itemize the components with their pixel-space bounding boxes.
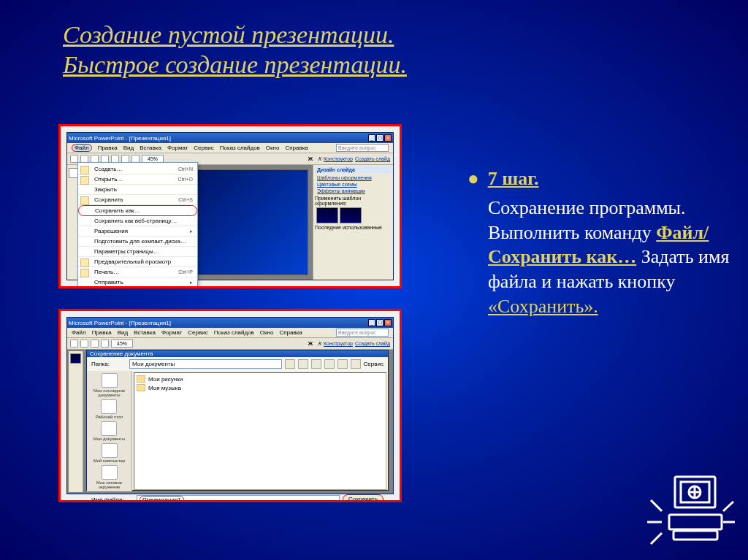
menu-item-icon [80, 166, 89, 174]
minimize-icon[interactable]: _ [368, 319, 375, 326]
menu-item-label: Параметры страницы… [94, 248, 159, 255]
title-line-2: Быстрое создание презентации. [63, 50, 748, 80]
menu-view[interactable]: Вид [123, 145, 134, 151]
new-slide-link[interactable]: Создать слайд [355, 156, 390, 161]
menu-tools[interactable]: Сервис [188, 329, 207, 336]
menu-file[interactable]: Файл [72, 329, 86, 336]
tp-template-thumbs[interactable] [316, 207, 390, 223]
print-icon[interactable] [101, 340, 109, 348]
menu-item-label: Создать… [94, 166, 122, 172]
menu-view[interactable]: Вид [118, 329, 128, 336]
ppt-title-text-2: Microsoft PowerPoint - [Презентация1] [69, 320, 171, 326]
ppt-titlebar-2: Microsoft PowerPoint - [Презентация1] _ … [67, 318, 393, 328]
menu-edit[interactable]: Правка [98, 145, 118, 151]
places-item[interactable]: Рабочий стол [96, 399, 123, 419]
new-folder-icon[interactable] [337, 359, 348, 369]
text-2: Выполнить команду [488, 222, 652, 243]
menu-insert[interactable]: Вставка [134, 329, 156, 336]
save-button[interactable]: Сохранить [343, 494, 383, 502]
constructor-link[interactable]: Конструктор [324, 156, 353, 161]
menu-item-label: Разрешения [94, 228, 128, 234]
menu-item-label: Печать… [94, 269, 119, 275]
folder-icon [102, 443, 118, 458]
title-line-1: Создание пустой презентации. [63, 20, 748, 50]
search-icon[interactable] [311, 359, 321, 369]
file-dropdown-menu: Создать…Ctrl+NОткрыть…Ctrl+OЗакрытьСохра… [77, 162, 198, 288]
file-menu-item[interactable]: СохранитьCtrl+S [78, 195, 197, 205]
file-list[interactable]: Мои рисункиМоя музыка [134, 372, 386, 490]
menu-tools[interactable]: Сервис [194, 145, 213, 151]
menu-slideshow[interactable]: Показ слайдов [220, 145, 260, 151]
menu-insert[interactable]: Вставка [140, 145, 161, 151]
maximize-icon[interactable]: □ [376, 319, 383, 326]
maximize-icon[interactable]: □ [376, 134, 383, 142]
back-icon[interactable] [285, 359, 295, 369]
menu-item-icon [80, 269, 89, 277]
step-text: 7 шаг. Сохранение программы. Выполнить к… [468, 166, 745, 319]
tp-colors-link[interactable]: Цветовые схемы [315, 181, 392, 188]
file-menu-item[interactable]: Разрешения▸ [78, 226, 197, 237]
menu-slideshow[interactable]: Показ слайдов [214, 329, 254, 336]
minimize-icon[interactable]: _ [368, 134, 375, 142]
menu-window[interactable]: Окно [260, 329, 274, 336]
places-item[interactable]: Мои последние документы [87, 373, 131, 397]
views-icon[interactable] [351, 359, 361, 369]
menu-file[interactable]: Файл [72, 144, 92, 152]
folder-label: Папка: [91, 361, 126, 367]
filename-value: Презентация1 [140, 496, 184, 503]
menu-help[interactable]: Справка [279, 329, 302, 336]
close-icon[interactable]: × [384, 134, 392, 142]
close-icon[interactable]: × [384, 319, 392, 326]
menu-item-shortcut: Ctrl+S [178, 197, 193, 202]
file-menu-item[interactable]: Предварительный просмотр [78, 257, 197, 267]
menu-item-shortcut: ▸ [190, 280, 193, 285]
tp-effects-link[interactable]: Эффекты анимации [315, 188, 392, 194]
file-menu-item[interactable]: Отправить▸ [78, 277, 197, 287]
ppt-menubar-2: Файл Правка Вид Вставка Формат Сервис По… [67, 328, 393, 338]
menu-help[interactable]: Справка [285, 145, 308, 151]
list-item[interactable]: Моя музыка [137, 384, 383, 391]
tp-templates-link[interactable]: Шаблоны оформления [315, 174, 392, 181]
folder-icon [101, 421, 117, 436]
menu-window[interactable]: Окно [266, 145, 280, 151]
task-pane: Дизайн слайда Шаблоны оформления Цветовы… [313, 165, 393, 280]
file-menu-item[interactable]: Печать…Ctrl+P [78, 267, 197, 277]
places-item[interactable]: Мое сетевое окружение [87, 465, 131, 489]
ask-question-input[interactable]: Введите вопрос [336, 329, 389, 337]
places-item[interactable]: Мои документы [94, 421, 126, 441]
file-menu-item[interactable]: Закрыть [78, 185, 197, 195]
file-menu-item[interactable]: Сохранить как веб-страницу… [78, 216, 197, 226]
zoom-select[interactable]: 45% [111, 340, 133, 348]
menu-format[interactable]: Формат [167, 145, 188, 151]
file-menu-item[interactable]: Подготовить для компакт-диска… [78, 237, 197, 247]
places-item[interactable]: Мой компьютер [94, 443, 126, 463]
up-icon[interactable] [298, 359, 308, 369]
ppt-titlebar: Microsoft PowerPoint - [Презентация1] _ … [67, 133, 393, 143]
file-menu-item[interactable]: Параметры страницы… [78, 247, 197, 257]
menu-item-label: Закрыть [94, 186, 117, 193]
svg-rect-6 [673, 531, 717, 540]
save-icon[interactable] [91, 340, 99, 348]
menu-edit[interactable]: Правка [92, 329, 112, 336]
folder-icon [101, 399, 117, 414]
file-menu-item[interactable]: Сохранить как… [78, 205, 197, 216]
list-item[interactable]: Мои рисунки [137, 375, 383, 383]
open-icon[interactable] [80, 340, 88, 348]
menu-item-label: Сохранить [94, 196, 123, 203]
menu-format[interactable]: Формат [161, 329, 182, 336]
text-1: Сохранение программы [488, 197, 681, 218]
filename-input[interactable]: Презентация1 [137, 495, 340, 503]
folder-select[interactable]: Мои документы [129, 359, 282, 369]
file-menu-item[interactable]: Открыть…Ctrl+O [78, 174, 197, 185]
file-menu-item[interactable]: Создать…Ctrl+N [78, 164, 197, 174]
new-slide-link[interactable]: Создать слайд [355, 341, 390, 346]
places-bar: Мои последние документыРабочий столМои д… [87, 371, 132, 491]
delete-icon[interactable] [324, 359, 335, 369]
constructor-link[interactable]: Конструктор [324, 341, 353, 346]
service-menu[interactable]: Сервис [364, 361, 383, 367]
menu-item-label: Сохранить как… [95, 207, 140, 214]
svg-line-9 [651, 533, 662, 544]
new-icon[interactable] [70, 340, 78, 348]
ask-question-input[interactable]: Введите вопрос [336, 144, 389, 152]
screenshot-file-menu: Microsoft PowerPoint - [Презентация1] _ … [58, 124, 402, 288]
